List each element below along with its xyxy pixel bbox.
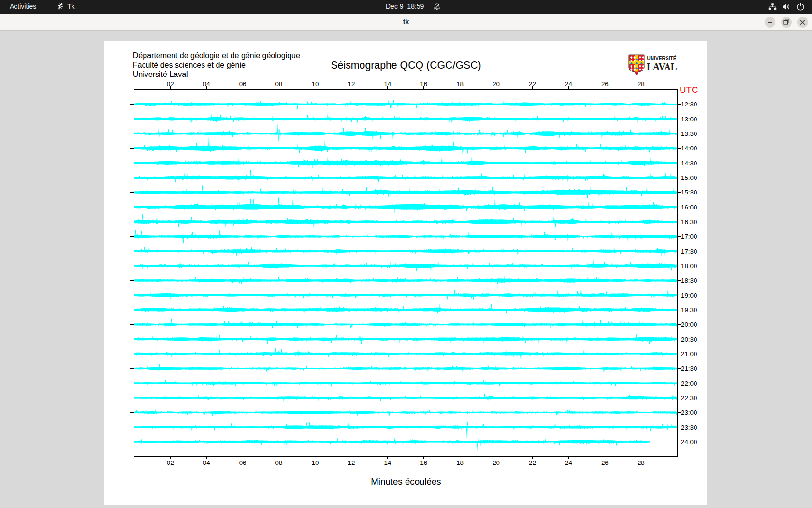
svg-text:26: 26 xyxy=(601,80,609,88)
svg-text:22: 22 xyxy=(529,459,536,466)
svg-text:15:00: 15:00 xyxy=(681,174,697,181)
svg-text:13:00: 13:00 xyxy=(681,116,697,123)
svg-text:13:30: 13:30 xyxy=(681,130,697,137)
svg-text:Université Laval: Université Laval xyxy=(133,70,188,78)
svg-text:23:00: 23:00 xyxy=(681,409,697,416)
svg-text:20: 20 xyxy=(493,459,500,466)
svg-text:17:00: 17:00 xyxy=(681,233,697,240)
svg-text:14:00: 14:00 xyxy=(681,145,697,152)
svg-text:10: 10 xyxy=(312,80,319,88)
svg-text:02: 02 xyxy=(167,459,174,466)
svg-text:Faculté des sciences et de gén: Faculté des sciences et de génie xyxy=(133,61,246,69)
svg-text:24: 24 xyxy=(565,459,572,466)
svg-text:Minutes écoulées: Minutes écoulées xyxy=(371,477,441,487)
svg-text:24:00: 24:00 xyxy=(681,438,697,446)
svg-text:21:00: 21:00 xyxy=(681,350,697,358)
svg-text:14: 14 xyxy=(384,80,391,88)
svg-text:10: 10 xyxy=(312,459,319,466)
svg-text:18:30: 18:30 xyxy=(681,277,697,284)
svg-text:20:00: 20:00 xyxy=(681,321,697,328)
svg-text:06: 06 xyxy=(239,459,246,466)
svg-text:16: 16 xyxy=(420,459,427,466)
svg-text:15:30: 15:30 xyxy=(681,189,697,196)
svg-text:19:30: 19:30 xyxy=(681,306,697,314)
svg-text:28: 28 xyxy=(638,459,645,466)
svg-text:04: 04 xyxy=(203,459,210,466)
svg-text:12: 12 xyxy=(348,80,355,88)
svg-text:18: 18 xyxy=(456,80,464,88)
svg-text:22: 22 xyxy=(529,80,536,88)
svg-text:06: 06 xyxy=(239,80,246,88)
svg-text:17:30: 17:30 xyxy=(681,248,697,255)
svg-text:18:00: 18:00 xyxy=(681,262,697,269)
svg-text:LAVAL: LAVAL xyxy=(647,61,677,73)
svg-text:04: 04 xyxy=(203,80,210,88)
svg-text:18: 18 xyxy=(456,459,464,466)
svg-text:26: 26 xyxy=(601,459,609,466)
svg-text:12: 12 xyxy=(348,459,355,466)
svg-text:20:30: 20:30 xyxy=(681,336,697,343)
svg-text:28: 28 xyxy=(638,80,645,88)
svg-text:24: 24 xyxy=(565,80,572,88)
svg-text:14: 14 xyxy=(384,459,391,466)
svg-text:23:30: 23:30 xyxy=(681,424,697,431)
svg-text:16:30: 16:30 xyxy=(681,218,697,225)
svg-text:Séismographe QCQ (CGC/GSC): Séismographe QCQ (CGC/GSC) xyxy=(331,60,481,71)
svg-text:08: 08 xyxy=(276,80,283,88)
svg-text:14:30: 14:30 xyxy=(681,160,697,167)
svg-text:12:30: 12:30 xyxy=(681,101,697,108)
svg-text:16: 16 xyxy=(420,80,427,88)
svg-text:22:30: 22:30 xyxy=(681,394,697,402)
svg-text:19:00: 19:00 xyxy=(681,292,697,299)
svg-text:20: 20 xyxy=(493,80,500,88)
svg-text:22:00: 22:00 xyxy=(681,380,697,387)
svg-text:21:30: 21:30 xyxy=(681,365,697,372)
svg-text:08: 08 xyxy=(276,459,283,466)
svg-text:Département de géologie et de: Département de géologie et de génie géol… xyxy=(133,51,300,60)
svg-text:16:00: 16:00 xyxy=(681,204,697,211)
svg-text:UTC: UTC xyxy=(680,85,698,95)
svg-text:02: 02 xyxy=(167,80,174,88)
